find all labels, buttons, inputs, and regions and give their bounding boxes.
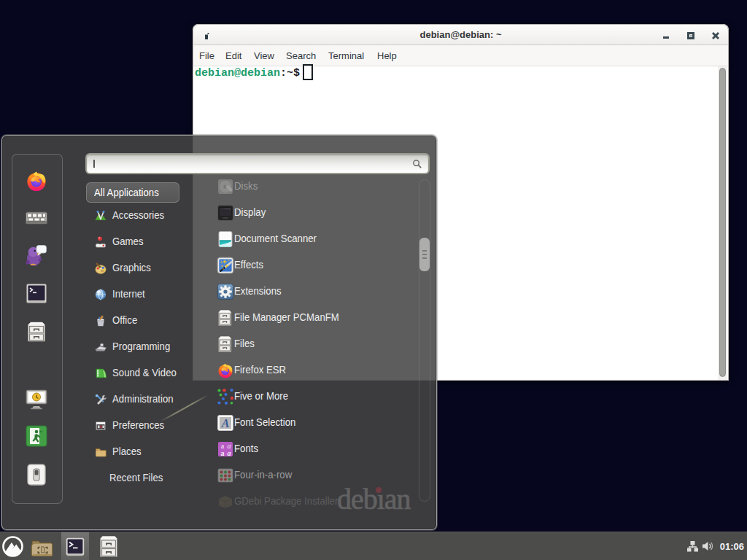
svg-text:A: A bbox=[221, 417, 230, 429]
svg-text:a: a bbox=[221, 449, 225, 457]
svg-text:a: a bbox=[228, 449, 231, 457]
